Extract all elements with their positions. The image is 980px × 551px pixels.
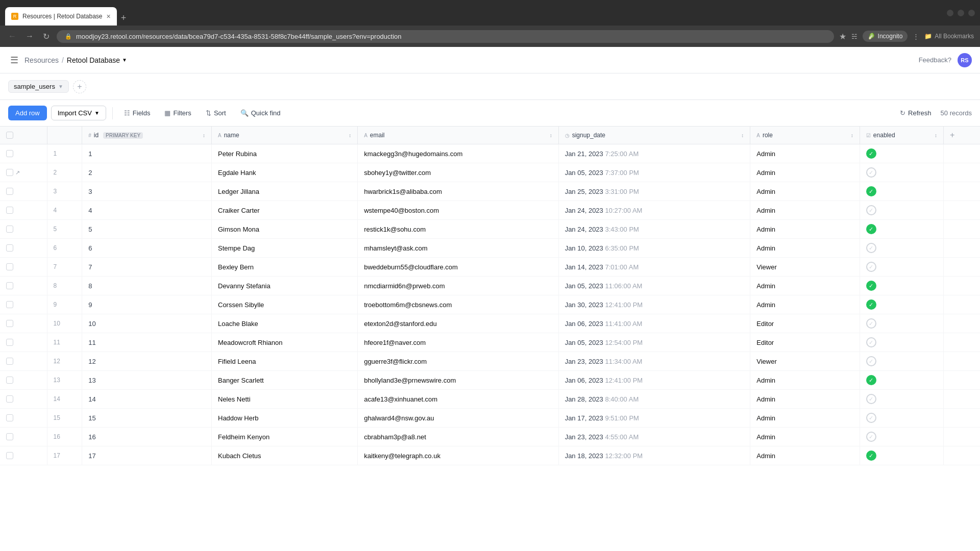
row-checkbox[interactable] [6,339,13,346]
new-tab-btn[interactable]: + [117,11,131,26]
cell-enabled[interactable]: ✓ [860,390,943,409]
cell-enabled[interactable]: ✓ [860,428,943,446]
cell-signup-date[interactable]: Jan 24, 2023 10:27:00 AM [558,201,750,220]
cell-signup-date[interactable]: Jan 25, 2023 3:31:00 PM [558,182,750,201]
row-checkbox[interactable] [6,377,13,384]
cell-signup-date[interactable]: Jan 10, 2023 6:35:00 PM [558,239,750,258]
cell-role[interactable]: Admin [750,428,860,446]
cell-email[interactable]: etexton2d@stanford.edu [358,314,558,333]
cell-email[interactable]: cbrabham3p@a8.net [358,428,558,446]
quick-find-btn[interactable]: 🔍 Quick find [235,106,286,120]
cell-signup-date[interactable]: Jan 05, 2023 11:06:00 AM [558,277,750,295]
cell-id[interactable]: 8 [82,277,212,295]
table-row[interactable]: 88Devanny Stefanianmcdiarmid6n@prweb.com… [0,277,980,295]
row-checkbox[interactable] [6,263,13,270]
row-checkbox-cell[interactable] [0,239,47,258]
row-checkbox[interactable] [6,226,13,233]
cell-name[interactable]: Peter Rubina [212,144,358,163]
cell-email[interactable]: kaitkeny@telegraph.co.uk [358,446,558,465]
cell-name[interactable]: Feldheim Kenyon [212,428,358,446]
row-checkbox-cell[interactable] [0,390,47,409]
table-row[interactable]: 44Craiker Carterwstempe40@boston.comJan … [0,201,980,220]
table-row[interactable]: 1010Loache Blakeetexton2d@stanford.eduJa… [0,314,980,333]
feedback-btn[interactable]: Feedback? [919,56,951,64]
minimize-btn[interactable] [947,10,953,16]
cell-role[interactable]: Admin [750,446,860,465]
breadcrumb-db[interactable]: Retool Database ▼ [67,56,127,64]
row-checkbox-cell[interactable] [0,446,47,465]
cell-email[interactable]: wstempe40@boston.com [358,201,558,220]
row-checkbox-cell[interactable] [0,182,47,201]
cell-name[interactable]: Meadowcroft Rhianon [212,333,358,352]
cell-role[interactable]: Admin [750,390,860,409]
breadcrumb-resources[interactable]: Resources [24,56,59,64]
device-icon[interactable]: ☵ [851,33,857,40]
cell-email[interactable]: hwarbrick1s@alibaba.com [358,182,558,201]
row-checkbox[interactable] [6,395,13,403]
row-checkbox-cell[interactable] [0,333,47,352]
import-csv-btn[interactable]: Import CSV ▼ [51,106,106,120]
cell-id[interactable]: 16 [82,428,212,446]
cell-role[interactable]: Admin [750,277,860,295]
row-checkbox[interactable] [6,282,13,289]
filters-btn[interactable]: ▦ Filters [159,106,196,120]
cell-name[interactable]: Loache Blake [212,314,358,333]
cell-email[interactable]: restick1k@sohu.com [358,220,558,239]
table-row[interactable]: 1515Haddow Herbghalward4@nsw.gov.auJan 1… [0,409,980,428]
cell-name[interactable]: Ledger Jillana [212,182,358,201]
fields-btn[interactable]: ☷ Fields [119,106,156,120]
th-signup-date[interactable]: ◷ signup_date ↕ [558,127,750,144]
cell-enabled[interactable]: ✓ [860,239,943,258]
cell-name[interactable]: Corssen Sibylle [212,295,358,314]
cell-id[interactable]: 15 [82,409,212,428]
table-row[interactable]: 99Corssen Sibylletroebottom6m@cbsnews.co… [0,295,980,314]
select-all-checkbox[interactable] [6,132,13,139]
table-row[interactable]: 33Ledger Jillanahwarbrick1s@alibaba.comJ… [0,182,980,201]
row-checkbox[interactable] [6,188,13,195]
cell-name[interactable]: Bexley Bern [212,258,358,277]
cell-enabled[interactable]: ✓ [860,258,943,277]
cell-email[interactable]: hfeore1f@naver.com [358,333,558,352]
table-name-selector[interactable]: sample_users ▼ [8,80,69,93]
cell-name[interactable]: Stempe Dag [212,239,358,258]
sidebar-toggle-btn[interactable]: ☰ [8,53,20,68]
cell-signup-date[interactable]: Jan 06, 2023 12:41:00 PM [558,371,750,390]
cell-id[interactable]: 14 [82,390,212,409]
cell-role[interactable]: Admin [750,182,860,201]
add-column-icon[interactable]: + [950,131,954,139]
cell-name[interactable]: Fifield Leena [212,352,358,371]
cell-name[interactable]: Devanny Stefania [212,277,358,295]
cell-role[interactable]: Admin [750,371,860,390]
bookmarks-section[interactable]: 📁 All Bookmarks [924,33,974,40]
cell-id[interactable]: 4 [82,201,212,220]
th-name[interactable]: A name ↕ [212,127,358,144]
cell-signup-date[interactable]: Jan 14, 2023 7:01:00 AM [558,258,750,277]
row-checkbox-cell[interactable] [0,201,47,220]
cell-name[interactable]: Gimson Mona [212,220,358,239]
cell-id[interactable]: 9 [82,295,212,314]
table-row[interactable]: 1616Feldheim Kenyoncbrabham3p@a8.netJan … [0,428,980,446]
table-row[interactable]: 1111Meadowcroft Rhianonhfeore1f@naver.co… [0,333,980,352]
cell-email[interactable]: sbohey1y@twitter.com [358,163,558,182]
cell-enabled[interactable]: ✓ [860,446,943,465]
cell-enabled[interactable]: ✓ [860,201,943,220]
cell-role[interactable]: Admin [750,295,860,314]
cell-enabled[interactable]: ✓ [860,352,943,371]
cell-signup-date[interactable]: Jan 23, 2023 11:34:00 AM [558,352,750,371]
close-btn[interactable] [968,10,975,16]
th-role-sort-icon[interactable]: ↕ [851,133,853,138]
cell-id[interactable]: 12 [82,352,212,371]
cell-enabled[interactable]: ✓ [860,409,943,428]
row-checkbox-cell[interactable] [0,428,47,446]
menu-dots-icon[interactable]: ⋮ [913,33,919,40]
cell-email[interactable]: mhamsleyt@ask.com [358,239,558,258]
th-id-sort-icon[interactable]: ↕ [203,133,205,138]
forward-btn[interactable]: → [23,30,36,43]
cell-id[interactable]: 2 [82,163,212,182]
cell-enabled[interactable]: ✓ [860,333,943,352]
cell-id[interactable]: 17 [82,446,212,465]
row-checkbox-cell[interactable] [0,371,47,390]
row-checkbox[interactable] [6,452,13,459]
cell-enabled[interactable]: ✓ [860,295,943,314]
cell-id[interactable]: 3 [82,182,212,201]
